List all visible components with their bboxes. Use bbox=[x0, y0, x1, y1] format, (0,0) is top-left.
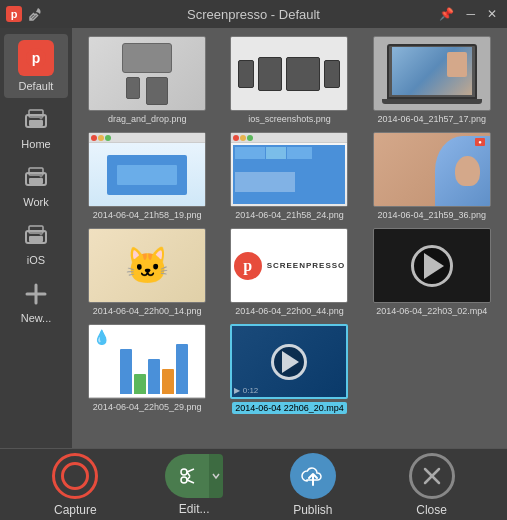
sidebar-item-home[interactable]: Home bbox=[4, 100, 68, 156]
svg-text:p: p bbox=[32, 50, 41, 66]
thumbnail-8-label: 2014-06-04_22h03_02.mp4 bbox=[376, 306, 487, 316]
thumbnail-8 bbox=[373, 228, 491, 303]
thumbnail-7: p SCREENPRESSO bbox=[230, 228, 348, 303]
thumbnail-2-label: 2014-06-04_21h57_17.png bbox=[378, 114, 487, 124]
svg-rect-5 bbox=[29, 120, 43, 126]
thumbnail-1-label: ios_screenshots.png bbox=[248, 114, 331, 124]
minimize-button[interactable]: ─ bbox=[462, 5, 479, 23]
thumbnail-grid-container: drag_and_drop.png ios_screenshots.png bbox=[72, 28, 507, 448]
sidebar-item-new-label: New... bbox=[21, 312, 52, 324]
thumbnail-0 bbox=[88, 36, 206, 111]
sidebar-item-home-label: Home bbox=[21, 138, 50, 150]
window-title: Screenpresso - Default bbox=[187, 7, 320, 22]
list-item[interactable]: ● 2014-06-04_21h59_36.png bbox=[365, 132, 499, 220]
list-item[interactable]: 2014-06-04_21h58_24.png bbox=[222, 132, 356, 220]
list-item[interactable]: ios_screenshots.png bbox=[222, 36, 356, 124]
list-item[interactable]: 2014-06-04_21h58_19.png bbox=[80, 132, 214, 220]
title-bar: p Screenpresso - Default 📌 ─ ✕ bbox=[0, 0, 507, 28]
edit-button[interactable]: Edit... bbox=[164, 454, 224, 516]
capture-label: Capture bbox=[54, 503, 97, 517]
publish-icon bbox=[290, 453, 336, 499]
thumbnail-5: ● bbox=[373, 132, 491, 207]
ios-printer-icon bbox=[20, 222, 52, 250]
title-bar-left: p bbox=[6, 6, 44, 22]
svg-point-11 bbox=[40, 175, 43, 178]
thumbnail-3 bbox=[88, 132, 206, 207]
default-icon: p bbox=[18, 40, 54, 76]
pin-button[interactable]: 📌 bbox=[435, 5, 458, 23]
publish-label: Publish bbox=[293, 503, 332, 517]
thumbnail-2 bbox=[373, 36, 491, 111]
work-printer-icon bbox=[20, 164, 52, 192]
tool-icon bbox=[28, 6, 44, 22]
app-icon: p bbox=[6, 6, 22, 22]
thumbnail-3-label: 2014-06-04_21h58_19.png bbox=[93, 210, 202, 220]
list-item[interactable]: 💧 2014-06-04_22h05_29.png bbox=[80, 324, 214, 414]
svg-line-19 bbox=[187, 480, 194, 483]
svg-point-7 bbox=[40, 117, 43, 120]
sidebar-item-default-label: Default bbox=[19, 80, 54, 92]
svg-text:p: p bbox=[11, 8, 18, 20]
thumbnail-0-label: drag_and_drop.png bbox=[108, 114, 187, 124]
list-item[interactable]: 2014-06-04_21h57_17.png bbox=[365, 36, 499, 124]
close-button[interactable]: Close bbox=[402, 453, 462, 517]
edit-dropdown-arrow[interactable] bbox=[209, 454, 223, 498]
thumbnail-6-label: 2014-06-04_22h00_14.png bbox=[93, 306, 202, 316]
capture-button[interactable]: Capture bbox=[45, 453, 105, 517]
close-icon bbox=[409, 453, 455, 499]
publish-button[interactable]: Publish bbox=[283, 453, 343, 517]
thumbnail-4 bbox=[230, 132, 348, 207]
sidebar-item-work[interactable]: Work bbox=[4, 158, 68, 214]
svg-line-18 bbox=[187, 469, 194, 472]
home-printer-icon bbox=[20, 106, 52, 134]
main-area: p Default Home bbox=[0, 28, 507, 448]
sidebar-item-default[interactable]: p Default bbox=[4, 34, 68, 98]
sidebar-item-ios[interactable]: iOS bbox=[4, 216, 68, 272]
toolbar: Capture Edit... bbox=[0, 448, 507, 520]
sidebar: p Default Home bbox=[0, 28, 72, 448]
svg-rect-13 bbox=[29, 236, 43, 242]
edit-label: Edit... bbox=[179, 502, 210, 516]
thumbnail-1 bbox=[230, 36, 348, 111]
thumbnail-grid: drag_and_drop.png ios_screenshots.png bbox=[80, 36, 499, 414]
thumbnail-6: 🐱 bbox=[88, 228, 206, 303]
thumbnail-10-label: 2014-06-04 22h06_20.mp4 bbox=[232, 402, 347, 414]
thumbnail-7-label: 2014-06-04_22h00_44.png bbox=[235, 306, 344, 316]
thumbnail-9: 💧 bbox=[88, 324, 206, 399]
sidebar-item-work-label: Work bbox=[23, 196, 48, 208]
close-label: Close bbox=[416, 503, 447, 517]
thumbnail-10: ▶ 0:12 bbox=[230, 324, 348, 399]
title-bar-controls: 📌 ─ ✕ bbox=[435, 5, 501, 23]
thumbnail-9-label: 2014-06-04_22h05_29.png bbox=[93, 402, 202, 412]
list-item[interactable]: ▶ 0:12 2014-06-04 22h06_20.mp4 bbox=[222, 324, 356, 414]
sidebar-item-new[interactable]: New... bbox=[4, 274, 68, 330]
edit-icon bbox=[165, 454, 209, 498]
thumbnail-4-label: 2014-06-04_21h58_24.png bbox=[235, 210, 344, 220]
new-plus-icon bbox=[20, 280, 52, 308]
list-item[interactable]: 2014-06-04_22h03_02.mp4 bbox=[365, 228, 499, 316]
close-button[interactable]: ✕ bbox=[483, 5, 501, 23]
sidebar-item-ios-label: iOS bbox=[27, 254, 45, 266]
svg-point-15 bbox=[40, 233, 43, 236]
list-item[interactable]: 🐱 2014-06-04_22h00_14.png bbox=[80, 228, 214, 316]
list-item[interactable]: drag_and_drop.png bbox=[80, 36, 214, 124]
thumbnail-5-label: 2014-06-04_21h59_36.png bbox=[378, 210, 487, 220]
list-item[interactable]: p SCREENPRESSO 2014-06-04_22h00_44.png bbox=[222, 228, 356, 316]
svg-line-20 bbox=[187, 472, 190, 477]
svg-rect-9 bbox=[29, 178, 43, 184]
capture-icon bbox=[52, 453, 98, 499]
